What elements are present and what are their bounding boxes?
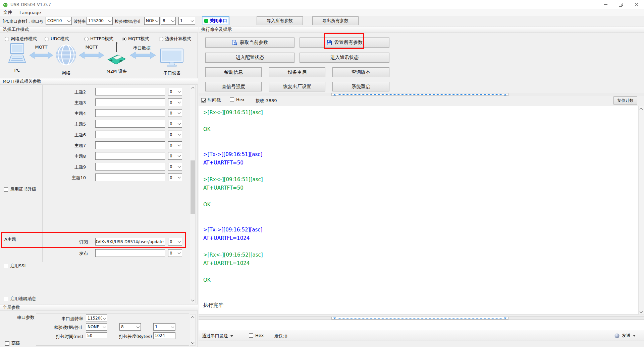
- chevron-down-icon: [66, 17, 71, 24]
- query-signal-button[interactable]: 查信号强度: [205, 82, 262, 91]
- com-port-combo[interactable]: COM10: [46, 17, 72, 25]
- log-scrollbar[interactable]: [638, 106, 644, 315]
- topic-qos-combo[interactable]: 0: [168, 141, 182, 149]
- device-reboot-button[interactable]: 设备重启: [269, 67, 325, 77]
- export-params-button[interactable]: 导出所有参数: [312, 16, 359, 25]
- log-line: >[Rx<-][09:16:51][asc]: [203, 176, 639, 184]
- menu-language[interactable]: Language: [19, 10, 41, 15]
- global-panel-scrollbar[interactable]: [190, 314, 196, 346]
- close-serial-button[interactable]: 关闭串口: [202, 16, 229, 25]
- ssl-checkbox[interactable]: 启用SSL: [4, 263, 27, 269]
- checkbox-icon: [4, 264, 8, 268]
- topic-input[interactable]: [95, 152, 165, 160]
- parity-combo[interactable]: NONI: [144, 17, 160, 25]
- checkbox-icon: [249, 333, 253, 338]
- log-hex-checkbox[interactable]: Hex: [230, 97, 245, 102]
- minimize-button[interactable]: [598, 0, 613, 9]
- enter-comm-button[interactable]: 进入通讯状态: [300, 53, 389, 63]
- import-params-button[interactable]: 导入所有参数: [257, 16, 303, 25]
- pack-time-label: 打包时间(ms): [50, 334, 83, 340]
- timestamp-checkbox[interactable]: 时间戳: [201, 97, 221, 103]
- topic-qos-combo[interactable]: 0: [168, 152, 182, 160]
- topic-qos-combo[interactable]: 0: [168, 131, 182, 138]
- topic-qos-combo[interactable]: 0: [168, 163, 182, 170]
- pack-len-input[interactable]: 1024: [153, 332, 175, 339]
- baud-combo[interactable]: 115200: [87, 17, 113, 25]
- combo-value: 0: [168, 238, 176, 245]
- work-mode-radio-4[interactable]: MQTT模式: [122, 36, 149, 42]
- mqtt-panel-scrollbar[interactable]: [190, 85, 196, 303]
- work-mode-radio-2[interactable]: UDC模式: [45, 36, 69, 42]
- reset-count-button[interactable]: 复位计数: [613, 96, 637, 105]
- topic-label: 主题6: [42, 132, 86, 138]
- topic-qos-combo[interactable]: 0: [168, 120, 182, 128]
- scroll-up-arrow-icon[interactable]: [190, 85, 195, 90]
- scroll-down-arrow-icon[interactable]: [639, 309, 644, 315]
- publish-topic-input[interactable]: [95, 249, 165, 257]
- system-restart-label: 系统重启: [352, 84, 370, 90]
- get-params-button[interactable]: 获取当前参数: [205, 38, 294, 48]
- pack-time-input[interactable]: 50: [86, 332, 107, 339]
- system-restart-button[interactable]: 系统重启: [332, 82, 389, 91]
- topic-input[interactable]: [95, 98, 165, 106]
- menu-file[interactable]: 文件: [3, 9, 12, 15]
- query-signal-label: 查信号强度: [222, 84, 245, 90]
- log-line: OK: [203, 125, 639, 134]
- topic-input[interactable]: [95, 141, 165, 149]
- help-info-button[interactable]: 帮助信息: [205, 67, 262, 77]
- stop-bits-combo[interactable]: 1: [178, 17, 195, 25]
- scroll-up-arrow-icon[interactable]: [190, 315, 195, 320]
- log-line: [203, 134, 639, 142]
- publish-label: 发布: [74, 251, 88, 257]
- subscribe-qos-combo[interactable]: 0: [168, 238, 182, 246]
- data-bits-combo[interactable]: 8: [161, 17, 176, 25]
- topic-qos-combo[interactable]: 0: [168, 109, 182, 117]
- serial-device-monitor-icon: [160, 48, 184, 68]
- topic-qos-combo[interactable]: 0: [168, 88, 182, 95]
- factory-reset-button[interactable]: 恢复出厂设置: [269, 82, 325, 91]
- topic-input[interactable]: [95, 131, 165, 138]
- splitter-handle[interactable]: [331, 93, 508, 96]
- restore-button[interactable]: [613, 0, 629, 9]
- work-mode-radio-3[interactable]: HTTPD模式: [84, 36, 113, 42]
- chevron-down-icon: [102, 324, 107, 330]
- restore-icon: [619, 3, 623, 7]
- work-mode-radio-1[interactable]: 网络透传模式: [5, 36, 37, 42]
- global-data-bits-combo[interactable]: 8: [119, 323, 141, 331]
- publish-qos-combo[interactable]: 0: [168, 249, 182, 257]
- splitter-handle[interactable]: [331, 317, 508, 320]
- work-mode-radio-5[interactable]: 边缘计算模式: [159, 36, 191, 42]
- scrollbar-thumb[interactable]: [191, 160, 195, 214]
- scroll-up-arrow-icon[interactable]: [639, 106, 644, 112]
- send-button[interactable]: 发送: [614, 333, 636, 339]
- send-mode-dropdown[interactable]: 通过串口发送: [202, 333, 233, 339]
- topic-input[interactable]: [95, 163, 165, 170]
- query-version-button[interactable]: 查询版本: [332, 67, 389, 77]
- subscribe-topic-input[interactable]: i4u4VIKvRXf/USR-DR514/user/update: [95, 238, 165, 246]
- send-text-input[interactable]: [199, 320, 644, 330]
- log-line: 执行完毕: [203, 301, 639, 309]
- global-baud-combo[interactable]: 115200: [86, 315, 107, 322]
- topic-row: 主题70: [42, 141, 189, 149]
- checkbox-icon: [4, 297, 8, 301]
- topic-input[interactable]: [95, 109, 165, 117]
- send-hex-checkbox[interactable]: Hex: [249, 333, 264, 338]
- network-globe-icon: [56, 44, 76, 68]
- topic-qos-combo[interactable]: 0: [168, 174, 182, 181]
- topic-input[interactable]: [95, 88, 165, 95]
- cert-upgrade-checkbox[interactable]: 启用证书升级: [4, 186, 36, 192]
- topic-input[interactable]: [95, 174, 165, 181]
- set-params-button[interactable]: 设置所有参数: [300, 38, 389, 48]
- global-parity-combo[interactable]: NONE: [86, 323, 107, 331]
- sent-count: 发送:0: [274, 333, 287, 339]
- scroll-down-arrow-icon[interactable]: [190, 340, 195, 345]
- will-message-checkbox[interactable]: 启用遗嘱消息: [4, 296, 36, 302]
- topic-input[interactable]: [95, 120, 165, 128]
- advanced-checkbox[interactable]: 高级: [5, 340, 20, 346]
- scroll-down-arrow-icon[interactable]: [190, 297, 195, 303]
- global-stop-bits-combo[interactable]: 1: [153, 323, 175, 331]
- enter-config-button[interactable]: 进入配置状态: [205, 53, 294, 63]
- close-button[interactable]: [629, 0, 644, 9]
- topic-qos-combo[interactable]: 0: [168, 98, 182, 106]
- log-line: AT+UARTFT=50: [203, 159, 639, 167]
